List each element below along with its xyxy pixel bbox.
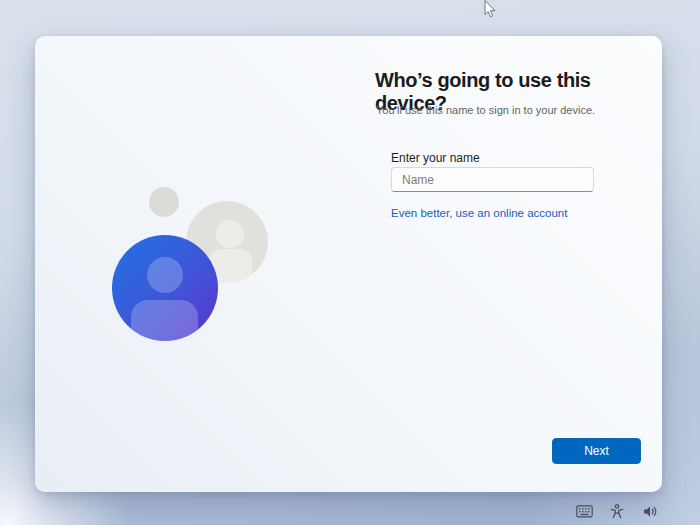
oobe-desktop: { "setup": { "title": "Who’s going to us…: [0, 0, 700, 525]
name-label: Enter your name: [391, 151, 480, 165]
accessibility-icon[interactable]: [608, 502, 626, 520]
taskbar: [575, 502, 659, 520]
small-avatar-dot: [149, 187, 179, 217]
next-button[interactable]: Next: [552, 438, 641, 464]
volume-icon[interactable]: [641, 502, 659, 520]
mouse-cursor: [483, 0, 497, 20]
name-input[interactable]: [391, 167, 594, 192]
online-account-link[interactable]: Even better, use an online account: [391, 207, 567, 219]
page-subtitle: You’ll use this name to sign in to your …: [376, 104, 656, 116]
touch-keyboard-icon[interactable]: [575, 502, 593, 520]
setup-card: Who’s going to use this device? You’ll u…: [35, 36, 662, 492]
blue-person-avatar-icon: [112, 235, 218, 352]
